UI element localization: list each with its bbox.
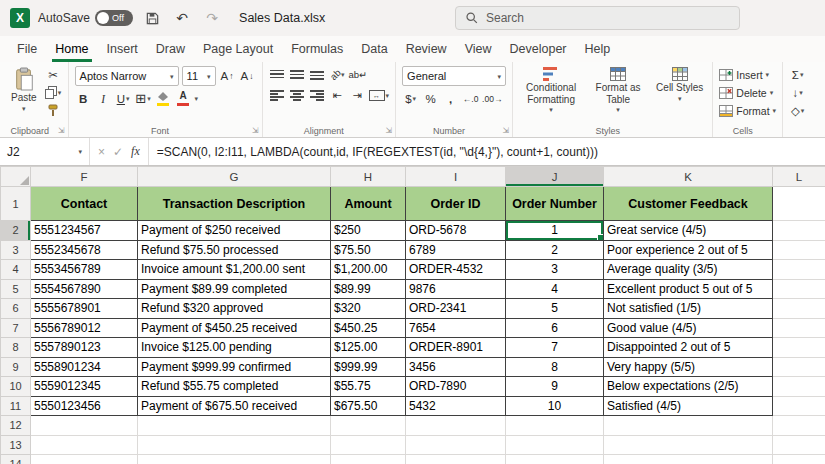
row-header-6[interactable]: 6 (1, 299, 31, 319)
cell-K1[interactable]: Customer Feedback (604, 187, 773, 221)
cell-I9[interactable]: 3456 (406, 357, 506, 377)
menu-item-draw[interactable]: Draw (153, 36, 188, 62)
cell-F7[interactable]: 5556789012 (31, 318, 138, 338)
cell-K5[interactable]: Excellent product 5 out of 5 (604, 279, 773, 299)
accounting-format-button[interactable]: $▾ (402, 90, 419, 107)
top-align-button[interactable] (269, 66, 286, 83)
clear-button[interactable]: ◇▾ (789, 102, 806, 119)
font-name-select[interactable]: Aptos Narrow ▾ (75, 66, 179, 86)
cell-H1[interactable]: Amount (331, 187, 406, 221)
cell-G4[interactable]: Invoice amount $1,200.00 sent (138, 260, 331, 280)
increase-decimal-button[interactable]: ←.0 (462, 90, 479, 107)
cell-L5[interactable] (773, 279, 825, 299)
wrap-text-button[interactable]: ab↵ (349, 66, 368, 83)
cut-button[interactable]: ✂ (45, 66, 62, 83)
cell-F3[interactable]: 5552345678 (31, 240, 138, 260)
increase-indent-button[interactable]: ⇥ (349, 87, 366, 104)
cell-L3[interactable] (773, 240, 825, 260)
undo-button[interactable]: ↶ (171, 6, 193, 30)
cell-J3[interactable]: 2 (506, 240, 604, 260)
cell-J8[interactable]: 7 (506, 338, 604, 358)
cell-H8[interactable]: $125.00 (331, 338, 406, 358)
center-button[interactable] (289, 87, 306, 104)
cell-J7[interactable]: 6 (506, 318, 604, 338)
cell-K10[interactable]: Below expectations (2/5) (604, 377, 773, 397)
row-header-10[interactable]: 10 (1, 377, 31, 397)
cancel-formula-button[interactable]: × (98, 145, 105, 159)
cell-I8[interactable]: ORDER-8901 (406, 338, 506, 358)
row-header-14[interactable]: 14 (1, 455, 31, 464)
redo-button[interactable]: ↷ (201, 6, 223, 30)
cell-K11[interactable]: Satisfied (4/5) (604, 396, 773, 416)
format-as-table-button[interactable]: Format as Table ▾ (586, 66, 650, 122)
name-box[interactable]: J2 ▾ (0, 138, 90, 165)
font-color-button[interactable]: A (175, 90, 192, 107)
comma-style-button[interactable]: , (442, 90, 459, 107)
menu-item-file[interactable]: File (14, 36, 40, 62)
cell-I1[interactable]: Order ID (406, 187, 506, 221)
cell-H7[interactable]: $450.25 (331, 318, 406, 338)
cell-H12[interactable] (331, 416, 406, 436)
menu-item-data[interactable]: Data (358, 36, 390, 62)
cell-I2[interactable]: ORD-5678 (406, 221, 506, 241)
row-header-5[interactable]: 5 (1, 279, 31, 299)
cell-H13[interactable] (331, 435, 406, 455)
cell-J13[interactable] (506, 435, 604, 455)
merge-center-button[interactable]: ↔▾ (369, 87, 390, 104)
cell-L10[interactable] (773, 377, 825, 397)
column-header-I[interactable]: I (406, 167, 506, 187)
column-header-H[interactable]: H (331, 167, 406, 187)
decrease-decimal-button[interactable]: .00→ (482, 90, 502, 107)
cell-G12[interactable] (138, 416, 331, 436)
autosave-toggle[interactable]: Off (95, 10, 133, 26)
cell-F10[interactable]: 5559012345 (31, 377, 138, 397)
cell-G6[interactable]: Refund $320 approved (138, 299, 331, 319)
autosave-control[interactable]: AutoSave Off (38, 10, 133, 26)
middle-align-button[interactable] (289, 66, 306, 83)
cell-F6[interactable]: 5555678901 (31, 299, 138, 319)
cell-G11[interactable]: Payment of $675.50 received (138, 396, 331, 416)
cell-J11[interactable]: 10 (506, 396, 604, 416)
menu-item-formulas[interactable]: Formulas (288, 36, 346, 62)
orientation-button[interactable]: ab▾ (329, 66, 346, 83)
cell-G2[interactable]: Payment of $250 received (138, 221, 331, 241)
cell-I11[interactable]: 5432 (406, 396, 506, 416)
cell-J1[interactable]: Order Number (506, 187, 604, 221)
bottom-align-button[interactable] (309, 66, 326, 83)
cell-K7[interactable]: Good value (4/5) (604, 318, 773, 338)
cell-H14[interactable] (331, 455, 406, 464)
cell-I3[interactable]: 6789 (406, 240, 506, 260)
cell-L2[interactable] (773, 221, 825, 241)
cell-L13[interactable] (773, 435, 825, 455)
align-left-button[interactable] (269, 87, 286, 104)
conditional-formatting-button[interactable]: Conditional Formatting ▾ (519, 66, 583, 122)
cell-G7[interactable]: Payment of $450.25 received (138, 318, 331, 338)
format-cells-button[interactable]: Format ▾ (719, 102, 776, 119)
cell-K2[interactable]: Great service (4/5) (604, 221, 773, 241)
cell-K9[interactable]: Very happy (5/5) (604, 357, 773, 377)
number-dialog-launcher[interactable]: ⇲ (502, 127, 509, 135)
decrease-indent-button[interactable]: ⇤ (329, 87, 346, 104)
clipboard-dialog-launcher[interactable]: ⇲ (58, 127, 65, 135)
cell-J5[interactable]: 4 (506, 279, 604, 299)
menu-item-help[interactable]: Help (582, 36, 614, 62)
row-header-13[interactable]: 13 (1, 435, 31, 455)
cell-L11[interactable] (773, 396, 825, 416)
cell-I4[interactable]: ORDER-4532 (406, 260, 506, 280)
insert-cells-button[interactable]: Insert ▾ (719, 66, 776, 83)
row-header-4[interactable]: 4 (1, 260, 31, 280)
cell-I5[interactable]: 9876 (406, 279, 506, 299)
menu-item-developer[interactable]: Developer (507, 36, 570, 62)
cell-H11[interactable]: $675.50 (331, 396, 406, 416)
paste-button[interactable]: Paste ▾ (8, 66, 40, 122)
cell-H10[interactable]: $55.75 (331, 377, 406, 397)
cell-J9[interactable]: 8 (506, 357, 604, 377)
cell-H2[interactable]: $250 (331, 221, 406, 241)
cell-I10[interactable]: ORD-7890 (406, 377, 506, 397)
cell-H6[interactable]: $320 (331, 299, 406, 319)
cell-L6[interactable] (773, 299, 825, 319)
underline-button[interactable]: U▾ (115, 90, 132, 107)
cell-G8[interactable]: Invoice $125.00 pending (138, 338, 331, 358)
cell-G14[interactable] (138, 455, 331, 464)
row-header-2[interactable]: 2 (1, 221, 31, 241)
